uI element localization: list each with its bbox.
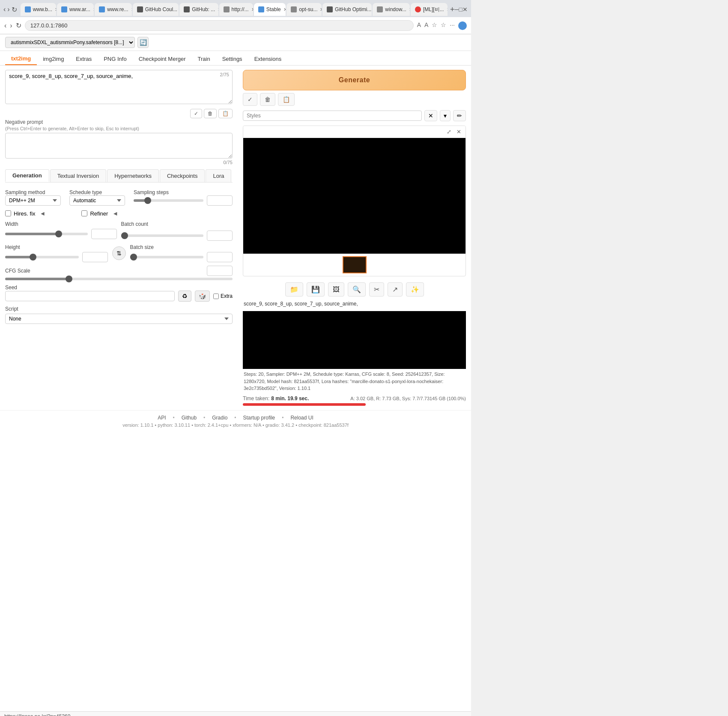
- tab-checkpoint-merger[interactable]: Checkpoint Merger: [133, 53, 192, 65]
- schedule-type-select[interactable]: Automatic: [69, 195, 125, 206]
- tab-4[interactable]: GitHub: ... ✕: [179, 3, 218, 16]
- tab-close-7[interactable]: ✕: [320, 7, 321, 12]
- sub-tab-generation[interactable]: Generation: [5, 169, 49, 182]
- refiner-checkbox[interactable]: [81, 210, 87, 216]
- tab-close-9[interactable]: ✕: [409, 7, 410, 12]
- tab-1[interactable]: www.ar... ✕: [57, 3, 94, 16]
- height-input[interactable]: 720: [82, 252, 108, 262]
- tab-3[interactable]: GitHub Coul... ✕: [133, 3, 179, 16]
- seed-input[interactable]: 2526412357: [5, 291, 175, 301]
- thumbnail-item[interactable]: [343, 256, 367, 273]
- tab-img2img[interactable]: img2img: [37, 53, 70, 65]
- maximize-btn[interactable]: □: [459, 6, 462, 13]
- tab-5[interactable]: http://... ✕: [219, 3, 253, 16]
- tab-9[interactable]: window... ✕: [373, 3, 410, 16]
- gen-tool-delete-btn[interactable]: 🗑: [260, 93, 275, 106]
- image-expand-btn[interactable]: ⤢: [445, 128, 453, 136]
- gen-tool-copy-btn[interactable]: 📋: [278, 93, 295, 106]
- tab-close-10[interactable]: ✕: [447, 7, 448, 12]
- profile-icon[interactable]: [458, 21, 467, 30]
- image-close-btn[interactable]: ✕: [455, 128, 463, 136]
- model-refresh-button[interactable]: 🔄: [137, 37, 149, 48]
- tab-extensions[interactable]: Extensions: [248, 53, 288, 65]
- generate-button[interactable]: Generate: [243, 70, 466, 90]
- batch-size-track[interactable]: [130, 256, 204, 258]
- interrogate-deepbooru-btn[interactable]: ✨: [406, 282, 424, 297]
- sampling-method-select[interactable]: DPM++ 2M: [5, 195, 61, 206]
- save-zip-btn[interactable]: 💾: [307, 282, 325, 297]
- gen-tool-check-btn[interactable]: ✓: [243, 93, 257, 106]
- footer-github-link[interactable]: Github: [182, 415, 197, 421]
- cfg-input[interactable]: 8: [207, 266, 233, 276]
- prompt-copy-btn[interactable]: 📋: [218, 109, 233, 118]
- cfg-thumb[interactable]: [66, 276, 72, 282]
- width-input[interactable]: 1280: [91, 229, 117, 239]
- tab-2[interactable]: www.re... ✕: [95, 3, 132, 16]
- seed-recycle-btn[interactable]: ♻: [178, 291, 191, 302]
- sampling-steps-input[interactable]: 20: [207, 195, 233, 206]
- height-track[interactable]: [5, 256, 79, 258]
- send-inpaint-btn[interactable]: ✂: [369, 282, 384, 297]
- tab-close-1[interactable]: ✕: [93, 7, 94, 12]
- back-btn[interactable]: ‹: [3, 6, 6, 13]
- tab-6[interactable]: Stable ✕: [254, 3, 286, 16]
- height-thumb[interactable]: [30, 254, 36, 261]
- style-clear-btn[interactable]: ✕: [424, 110, 437, 121]
- addr-reload-btn[interactable]: ↻: [16, 21, 21, 30]
- interrogate-clip-btn[interactable]: ↗: [388, 282, 403, 297]
- cfg-track[interactable]: [5, 278, 233, 280]
- close-window-btn[interactable]: ✕: [462, 6, 468, 13]
- style-edit-btn[interactable]: ✏: [453, 110, 466, 121]
- footer-startup-link[interactable]: Startup profile: [243, 415, 275, 421]
- hires-fix-checkbox[interactable]: [5, 210, 11, 216]
- negative-prompt-input[interactable]: [5, 133, 233, 159]
- tab-close-0[interactable]: ✕: [55, 7, 56, 12]
- hires-fix-collapse-btn[interactable]: ◄: [38, 210, 48, 217]
- addr-forward-btn[interactable]: ›: [10, 22, 12, 30]
- sub-tab-checkpoints[interactable]: Checkpoints: [160, 169, 205, 182]
- script-select[interactable]: None: [5, 314, 233, 324]
- footer-gradio-link[interactable]: Gradio: [212, 415, 227, 421]
- style-dropdown-btn[interactable]: ▾: [440, 110, 451, 121]
- sampling-steps-thumb[interactable]: [144, 197, 151, 204]
- tab-8[interactable]: GitHub Optimi... ✕: [322, 3, 372, 16]
- tab-close-5[interactable]: ✕: [251, 7, 253, 12]
- favorites-icon[interactable]: ☆: [441, 21, 446, 30]
- tab-7[interactable]: opt-su... ✕: [286, 3, 322, 16]
- save-image-btn[interactable]: 🖼: [328, 282, 344, 297]
- batch-count-track[interactable]: [121, 234, 204, 237]
- more-icon[interactable]: ···: [450, 21, 455, 30]
- batch-size-input[interactable]: 1: [207, 252, 233, 262]
- style-input[interactable]: [243, 111, 422, 121]
- tab-png-info[interactable]: PNG Info: [98, 53, 132, 65]
- batch-size-thumb[interactable]: [130, 254, 137, 261]
- bookmark-icon[interactable]: ☆: [432, 21, 437, 30]
- footer-reload-link[interactable]: Reload UI: [290, 415, 313, 421]
- tab-close-4[interactable]: ✕: [218, 7, 218, 12]
- model-selector[interactable]: autismmixSDXL_autismmixPony.safetensors …: [5, 37, 135, 48]
- open-folder-btn[interactable]: 📁: [285, 282, 303, 297]
- minimize-btn[interactable]: ─: [455, 6, 459, 13]
- forward-btn[interactable]: ›: [7, 6, 9, 13]
- positive-prompt-input[interactable]: score_9, score_8_up, score_7_up, source_…: [5, 70, 233, 104]
- tab-extras[interactable]: Extras: [70, 53, 98, 65]
- tab-txt2img[interactable]: txt2img: [5, 53, 37, 65]
- width-track[interactable]: [5, 233, 88, 235]
- footer-api-link[interactable]: API: [158, 415, 166, 421]
- sub-tab-hypernetworks[interactable]: Hypernetworks: [107, 169, 159, 182]
- sub-tab-textual-inversion[interactable]: Textual Inversion: [50, 169, 107, 182]
- seed-dice-btn[interactable]: 🎲: [195, 291, 210, 302]
- new-tab-button[interactable]: +: [450, 5, 455, 14]
- tab-0[interactable]: www.b... ✕: [21, 3, 56, 16]
- swap-dimensions-button[interactable]: ⇅: [112, 246, 126, 260]
- tab-10[interactable]: [ML][비... ✕: [411, 3, 448, 16]
- url-input[interactable]: [25, 20, 414, 31]
- batch-count-input[interactable]: 1: [207, 231, 233, 241]
- addr-back-btn[interactable]: ‹: [4, 22, 6, 30]
- reload-btn[interactable]: ↻: [12, 6, 17, 14]
- batch-count-thumb[interactable]: [121, 232, 128, 239]
- width-thumb[interactable]: [55, 231, 62, 237]
- prompt-delete-btn[interactable]: 🗑: [204, 109, 217, 118]
- sampling-steps-track[interactable]: [134, 199, 203, 202]
- send-extras-btn[interactable]: 🔍: [348, 282, 366, 297]
